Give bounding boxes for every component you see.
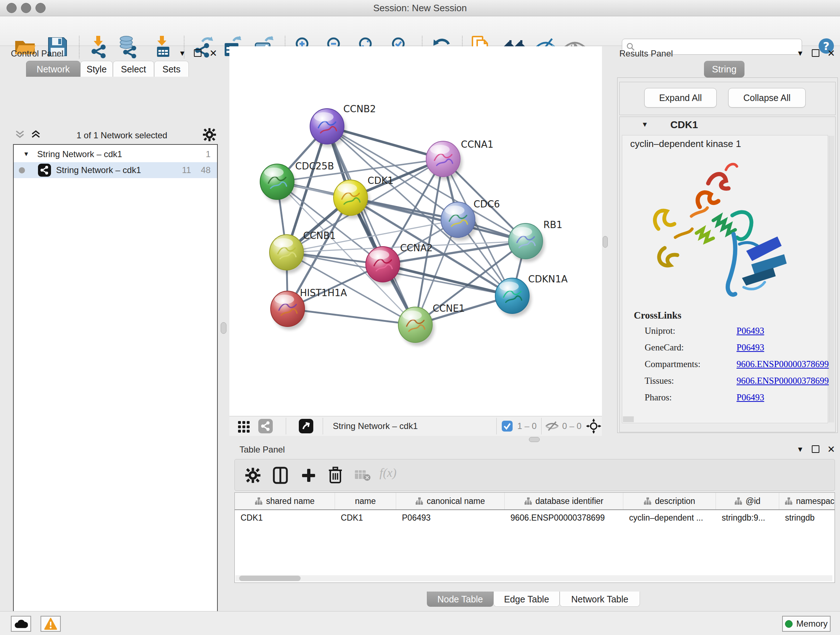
delete-column-icon[interactable] (328, 466, 343, 486)
section-scrollbar[interactable] (829, 136, 834, 423)
crosslink-value-link[interactable]: P06493 (737, 342, 764, 353)
column-header-@id[interactable]: @id (716, 493, 779, 509)
collapse-all-button[interactable]: Collapse All (728, 88, 806, 108)
hidden-eye-slash-icon[interactable] (545, 420, 559, 433)
network-options-gear-icon[interactable] (202, 128, 216, 143)
warning-button[interactable] (41, 616, 61, 632)
expand-all-networks-icon[interactable] (30, 130, 41, 141)
network-collection-row[interactable]: ▼ String Network – cdk1 1 (14, 146, 217, 162)
graph-node-label: CCNE1 (433, 303, 465, 314)
expand-all-button[interactable]: Expand All (644, 88, 717, 108)
selected-checkbox-icon[interactable] (501, 420, 513, 433)
tab-string[interactable]: String (704, 61, 745, 78)
cloud-button[interactable] (11, 616, 31, 632)
disclosure-triangle-icon[interactable]: ▼ (23, 150, 29, 158)
delete-table-icon-disabled (354, 470, 371, 483)
panel-menu-icon[interactable]: ▼ (797, 446, 804, 453)
table-cell: P06493 (396, 510, 505, 525)
network-share-view-icon[interactable] (258, 419, 273, 433)
network-list: ▼ String Network – cdk1 1 String Network… (13, 144, 218, 635)
tab-node-table[interactable]: Node Table (427, 592, 493, 607)
tab-edge-table[interactable]: Edge Table (493, 592, 560, 607)
crosslink-row: Compartments:9606.ENSP00000378699 (645, 359, 700, 369)
gene-name: CDK1 (670, 119, 698, 131)
panel-close-icon[interactable]: ✕ (827, 50, 835, 57)
tab-select[interactable]: Select (113, 61, 154, 77)
main-toolbar: ? (0, 16, 840, 46)
crosslink-value-link[interactable]: P06493 (737, 393, 764, 402)
crosslink-value-link[interactable]: 9606.ENSP00000378699 (737, 376, 829, 386)
table-cell: stringdb:9... (716, 510, 779, 525)
toolbar-separator (496, 418, 497, 434)
graph-node-CCNA2[interactable] (366, 247, 400, 282)
panel-menu-icon[interactable]: ▼ (179, 50, 186, 57)
graph-node-CDK1[interactable] (333, 180, 368, 215)
memory-label: Memory (796, 619, 828, 629)
tab-network-table[interactable]: Network Table (560, 592, 640, 607)
graph-node-CDC25B[interactable] (260, 164, 294, 200)
crosslink-value-link[interactable]: P06493 (737, 326, 764, 336)
tab-style[interactable]: Style (80, 61, 113, 77)
panel-close-icon[interactable]: ✕ (827, 446, 835, 453)
crosslink-value-link[interactable]: 9606.ENSP00000378699 (737, 359, 829, 369)
panel-menu-icon[interactable]: ▼ (797, 50, 804, 57)
title-bar: Session: New Session (0, 0, 840, 16)
column-header-description[interactable]: description (623, 493, 716, 509)
graph-node-CCNE1[interactable] (398, 307, 432, 342)
table-cell: CDK1 (235, 510, 335, 525)
warning-icon (44, 618, 57, 630)
panel-float-icon[interactable] (812, 445, 819, 453)
column-header-database-identifier[interactable]: database identifier (505, 493, 623, 509)
add-column-icon[interactable] (301, 467, 317, 485)
table-cell: stringdb (779, 510, 835, 525)
tab-sets[interactable]: Sets (154, 61, 189, 77)
crosslink-label: Pharos: (645, 393, 672, 402)
table-panel-title: Table Panel (240, 445, 285, 455)
column-header-canonical-name[interactable]: canonical name (396, 493, 505, 509)
tab-network[interactable]: Network (26, 61, 80, 77)
show-columns-icon[interactable] (272, 467, 288, 486)
panel-close-icon[interactable]: ✕ (210, 50, 218, 57)
graph-node-RB1[interactable] (508, 223, 543, 259)
panel-float-icon[interactable] (812, 49, 819, 57)
memory-button[interactable]: Memory (782, 616, 831, 632)
cloud-icon (14, 619, 28, 629)
horizontal-splitter-handle[interactable] (529, 437, 540, 442)
network-canvas[interactable]: CCNB2CCNA1CDC25BCDK1CDC6RB1CCNB1CCNA2CDK… (229, 46, 602, 416)
column-header-shared-name[interactable]: shared name (235, 493, 335, 509)
network-row[interactable]: String Network – cdk1 11 48 (14, 162, 217, 178)
gene-description: cyclin–dependent kinase 1 (630, 138, 741, 149)
table-gear-icon[interactable] (245, 467, 261, 485)
collapse-all-networks-icon[interactable] (14, 130, 25, 141)
table-hscrollbar[interactable] (235, 575, 832, 581)
crosslinks-title: CrossLinks (634, 310, 682, 321)
graph-node-CCNB1[interactable] (270, 234, 303, 270)
control-panel-title: Control Panel (11, 49, 63, 59)
section-disclosure-icon[interactable]: ▼ (641, 120, 648, 128)
column-header-name[interactable]: name (335, 493, 396, 509)
birdseye-crosshair-icon[interactable] (586, 418, 601, 435)
network-view-title: String Network – cdk1 (333, 421, 418, 431)
graph-node-CCNA1[interactable] (426, 141, 460, 177)
grid-view-icon[interactable] (237, 420, 251, 435)
table-header-row: shared namenamecanonical namedatabase id… (235, 493, 835, 510)
graph-node-HIST1H1A[interactable] (271, 291, 305, 326)
graph-node-label: CDC25B (295, 161, 334, 172)
toolbar-separator (286, 418, 286, 434)
table-row[interactable]: CDK1CDK1P064939606.ENSP00000378699cyclin… (235, 510, 835, 525)
graph-node-CCNB2[interactable] (310, 109, 344, 144)
node-count: 11 (182, 165, 191, 175)
toolbar-separator (323, 418, 323, 434)
graph-node-CDKN1A[interactable] (495, 278, 529, 314)
window-title: Session: New Session (0, 0, 840, 16)
section-hscroll-stub[interactable] (623, 416, 634, 422)
vertical-splitter-handle[interactable] (221, 322, 226, 334)
network-graph[interactable]: CCNB2CCNA1CDC25BCDK1CDC6RB1CCNB1CCNA2CDK… (229, 46, 602, 416)
string-node-section: ▼ CDK1 cyclin–dependent kinase 1 (619, 117, 836, 432)
panel-float-icon[interactable] (194, 49, 202, 57)
open-in-window-icon[interactable] (299, 419, 313, 433)
vertical-splitter-handle[interactable] (603, 236, 608, 248)
graph-node-CDC6[interactable] (441, 202, 475, 238)
table-hscrollbar-thumb[interactable] (239, 576, 301, 581)
column-header-namespac[interactable]: namespac (779, 493, 835, 509)
